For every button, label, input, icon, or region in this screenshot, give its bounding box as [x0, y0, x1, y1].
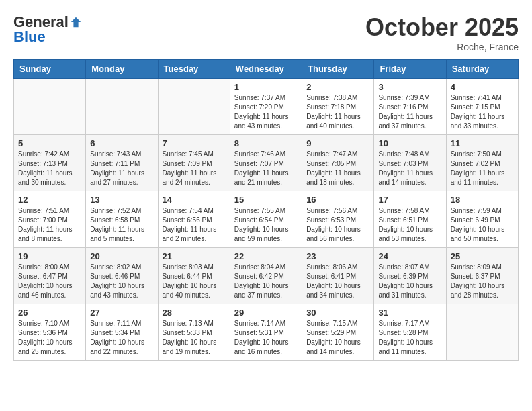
table-row: 21Sunrise: 8:03 AM Sunset: 6:44 PM Dayli… [158, 248, 230, 304]
day-info: Sunrise: 7:47 AM Sunset: 7:05 PM Dayligh… [306, 150, 369, 187]
day-number: 14 [163, 195, 226, 205]
day-info: Sunrise: 8:06 AM Sunset: 6:41 PM Dayligh… [306, 263, 369, 300]
day-info: Sunrise: 7:59 AM Sunset: 6:49 PM Dayligh… [451, 206, 514, 244]
day-number: 4 [451, 82, 514, 92]
day-number: 28 [163, 308, 226, 318]
day-number: 5 [18, 138, 81, 148]
day-number: 20 [90, 251, 153, 261]
day-number: 22 [234, 251, 298, 261]
day-number: 30 [306, 308, 369, 318]
day-info: Sunrise: 7:13 AM Sunset: 5:33 PM Dayligh… [163, 319, 226, 357]
day-number: 8 [234, 138, 298, 148]
calendar-week-3: 12Sunrise: 7:51 AM Sunset: 7:00 PM Dayli… [14, 191, 519, 248]
header-wednesday: Wednesday [230, 60, 302, 79]
day-info: Sunrise: 7:54 AM Sunset: 6:56 PM Dayligh… [163, 206, 226, 244]
day-info: Sunrise: 7:15 AM Sunset: 5:29 PM Dayligh… [306, 319, 369, 357]
table-row: 1Sunrise: 7:37 AM Sunset: 7:20 PM Daylig… [230, 79, 302, 135]
table-row: 15Sunrise: 7:55 AM Sunset: 6:54 PM Dayli… [230, 191, 302, 248]
logo-blue-text: Blue [13, 28, 46, 46]
day-number: 27 [90, 308, 153, 318]
day-number: 23 [306, 251, 369, 261]
table-row: 18Sunrise: 7:59 AM Sunset: 6:49 PM Dayli… [446, 191, 518, 248]
day-info: Sunrise: 7:39 AM Sunset: 7:16 PM Dayligh… [378, 93, 441, 131]
page-header: General Blue October 2025 Roche, France [13, 13, 519, 52]
svg-marker-0 [71, 17, 81, 27]
month-title: October 2025 [365, 13, 519, 42]
day-info: Sunrise: 7:11 AM Sunset: 5:34 PM Dayligh… [90, 319, 153, 357]
day-number: 16 [306, 195, 369, 205]
day-number: 3 [378, 82, 441, 92]
day-number: 10 [378, 138, 441, 148]
header-friday: Friday [374, 60, 446, 79]
day-number: 18 [451, 195, 514, 205]
table-row: 10Sunrise: 7:48 AM Sunset: 7:03 PM Dayli… [374, 135, 446, 191]
day-number: 11 [451, 138, 514, 148]
day-info: Sunrise: 7:42 AM Sunset: 7:13 PM Dayligh… [18, 150, 81, 187]
table-row: 14Sunrise: 7:54 AM Sunset: 6:56 PM Dayli… [158, 191, 230, 248]
table-row: 5Sunrise: 7:42 AM Sunset: 7:13 PM Daylig… [14, 135, 86, 191]
day-info: Sunrise: 7:51 AM Sunset: 7:00 PM Dayligh… [18, 206, 81, 244]
table-row: 4Sunrise: 7:41 AM Sunset: 7:15 PM Daylig… [446, 79, 518, 135]
table-row [14, 79, 86, 135]
day-number: 17 [378, 195, 441, 205]
day-info: Sunrise: 7:43 AM Sunset: 7:11 PM Dayligh… [90, 150, 153, 187]
day-info: Sunrise: 8:02 AM Sunset: 6:46 PM Dayligh… [90, 263, 153, 300]
table-row: 19Sunrise: 8:00 AM Sunset: 6:47 PM Dayli… [14, 248, 86, 304]
table-row: 30Sunrise: 7:15 AM Sunset: 5:29 PM Dayli… [302, 304, 374, 361]
day-info: Sunrise: 8:07 AM Sunset: 6:39 PM Dayligh… [378, 263, 441, 300]
header-sunday: Sunday [14, 60, 86, 79]
day-number: 21 [163, 251, 226, 261]
table-row: 25Sunrise: 8:09 AM Sunset: 6:37 PM Dayli… [446, 248, 518, 304]
day-info: Sunrise: 7:37 AM Sunset: 7:20 PM Dayligh… [234, 93, 298, 131]
day-number: 9 [306, 138, 369, 148]
day-info: Sunrise: 7:10 AM Sunset: 5:36 PM Dayligh… [18, 319, 81, 357]
day-info: Sunrise: 7:45 AM Sunset: 7:09 PM Dayligh… [163, 150, 226, 187]
calendar-week-5: 26Sunrise: 7:10 AM Sunset: 5:36 PM Dayli… [14, 304, 519, 361]
table-row: 17Sunrise: 7:58 AM Sunset: 6:51 PM Dayli… [374, 191, 446, 248]
day-number: 19 [18, 251, 81, 261]
location: Roche, France [365, 42, 519, 52]
day-number: 31 [378, 308, 441, 318]
table-row: 9Sunrise: 7:47 AM Sunset: 7:05 PM Daylig… [302, 135, 374, 191]
calendar-week-4: 19Sunrise: 8:00 AM Sunset: 6:47 PM Dayli… [14, 248, 519, 304]
calendar-header-row: Sunday Monday Tuesday Wednesday Thursday… [14, 60, 519, 79]
header-monday: Monday [86, 60, 158, 79]
header-saturday: Saturday [446, 60, 518, 79]
table-row: 24Sunrise: 8:07 AM Sunset: 6:39 PM Dayli… [374, 248, 446, 304]
table-row: 8Sunrise: 7:46 AM Sunset: 7:07 PM Daylig… [230, 135, 302, 191]
table-row: 16Sunrise: 7:56 AM Sunset: 6:53 PM Dayli… [302, 191, 374, 248]
day-number: 2 [306, 82, 369, 92]
day-number: 29 [234, 308, 298, 318]
day-info: Sunrise: 7:55 AM Sunset: 6:54 PM Dayligh… [234, 206, 298, 244]
table-row: 27Sunrise: 7:11 AM Sunset: 5:34 PM Dayli… [86, 304, 158, 361]
day-number: 1 [234, 82, 298, 92]
day-info: Sunrise: 7:50 AM Sunset: 7:02 PM Dayligh… [451, 150, 514, 187]
table-row: 29Sunrise: 7:14 AM Sunset: 5:31 PM Dayli… [230, 304, 302, 361]
logo: General Blue [13, 13, 82, 46]
calendar-week-1: 1Sunrise: 7:37 AM Sunset: 7:20 PM Daylig… [14, 79, 519, 135]
day-info: Sunrise: 7:58 AM Sunset: 6:51 PM Dayligh… [378, 206, 441, 244]
table-row: 7Sunrise: 7:45 AM Sunset: 7:09 PM Daylig… [158, 135, 230, 191]
table-row [158, 79, 230, 135]
day-info: Sunrise: 8:03 AM Sunset: 6:44 PM Dayligh… [163, 263, 226, 300]
table-row: 3Sunrise: 7:39 AM Sunset: 7:16 PM Daylig… [374, 79, 446, 135]
table-row: 28Sunrise: 7:13 AM Sunset: 5:33 PM Dayli… [158, 304, 230, 361]
day-info: Sunrise: 7:17 AM Sunset: 5:28 PM Dayligh… [378, 319, 441, 357]
header-thursday: Thursday [302, 60, 374, 79]
calendar-table: Sunday Monday Tuesday Wednesday Thursday… [13, 59, 519, 361]
day-info: Sunrise: 7:46 AM Sunset: 7:07 PM Dayligh… [234, 150, 298, 187]
table-row: 23Sunrise: 8:06 AM Sunset: 6:41 PM Dayli… [302, 248, 374, 304]
table-row: 31Sunrise: 7:17 AM Sunset: 5:28 PM Dayli… [374, 304, 446, 361]
table-row: 22Sunrise: 8:04 AM Sunset: 6:42 PM Dayli… [230, 248, 302, 304]
day-info: Sunrise: 8:09 AM Sunset: 6:37 PM Dayligh… [451, 263, 514, 300]
day-info: Sunrise: 7:52 AM Sunset: 6:58 PM Dayligh… [90, 206, 153, 244]
day-info: Sunrise: 7:14 AM Sunset: 5:31 PM Dayligh… [234, 319, 298, 357]
table-row: 2Sunrise: 7:38 AM Sunset: 7:18 PM Daylig… [302, 79, 374, 135]
day-info: Sunrise: 7:48 AM Sunset: 7:03 PM Dayligh… [378, 150, 441, 187]
table-row [446, 304, 518, 361]
header-tuesday: Tuesday [158, 60, 230, 79]
day-number: 12 [18, 195, 81, 205]
day-number: 26 [18, 308, 81, 318]
day-number: 7 [163, 138, 226, 148]
table-row: 6Sunrise: 7:43 AM Sunset: 7:11 PM Daylig… [86, 135, 158, 191]
